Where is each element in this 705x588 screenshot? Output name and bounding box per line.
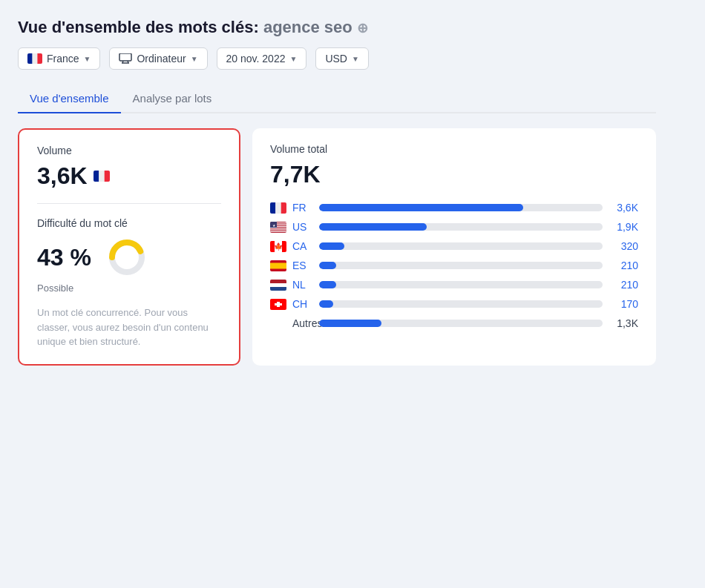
- country-code-ch[interactable]: CH: [292, 298, 313, 310]
- volume-us: 1,9K: [609, 221, 638, 233]
- possible-label: Possible: [37, 283, 221, 294]
- tab-batch[interactable]: Analyse par lots: [121, 85, 224, 113]
- difficulty-value: 43 %: [37, 244, 91, 271]
- bar-ch: [319, 300, 603, 308]
- total-card: Volume total 7,7K FR 3,6K ★ US 1,9K 🍁 CA…: [252, 128, 656, 366]
- bar-fr: [319, 204, 603, 211]
- flag-ch-icon: [270, 299, 286, 310]
- country-row-ca: 🍁 CA 320: [270, 240, 638, 252]
- currency-label: USD: [325, 53, 347, 65]
- total-value: 7,7K: [270, 161, 638, 188]
- monitor-icon: [119, 53, 132, 64]
- flag-ca-icon: 🍁: [270, 241, 286, 252]
- country-code-es[interactable]: ES: [292, 260, 313, 271]
- svg-rect-21: [270, 229, 286, 230]
- device-label: Ordinateur: [137, 53, 186, 65]
- country-row-us: ★ US 1,9K: [270, 221, 638, 233]
- svg-rect-20: [270, 228, 286, 228]
- country-chevron-icon: ▼: [84, 55, 91, 63]
- volume-section: Volume 3,6K: [37, 145, 221, 204]
- svg-rect-7: [94, 171, 99, 182]
- currency-chevron-icon: ▼: [352, 55, 359, 63]
- svg-rect-30: [270, 262, 286, 268]
- date-chevron-icon: ▼: [289, 55, 297, 63]
- svg-rect-22: [270, 231, 286, 231]
- volume-ca: 320: [609, 240, 638, 252]
- bar-es: [319, 262, 603, 269]
- keyword-text: agence seo: [263, 18, 352, 36]
- device-chevron-icon: ▼: [191, 55, 198, 63]
- country-row-nl: NL 210: [270, 279, 638, 291]
- bar-us: [319, 223, 603, 231]
- svg-rect-2: [37, 53, 42, 64]
- svg-rect-1: [33, 53, 38, 64]
- bar-nl: [319, 281, 603, 288]
- country-code-us[interactable]: US: [292, 221, 313, 233]
- bar-autres: [319, 320, 603, 327]
- country-rows: FR 3,6K ★ US 1,9K 🍁 CA 320 ES 210 NL 210: [270, 202, 638, 329]
- country-row-ch: CH 170: [270, 298, 638, 310]
- add-keyword-icon[interactable]: ⊕: [357, 21, 368, 36]
- volume-nl: 210: [609, 279, 638, 291]
- flag-nl-icon: [270, 280, 286, 291]
- filter-bar: France ▼ Ordinateur ▼ 20 nov. 2022 ▼ USD…: [18, 47, 656, 70]
- volume-card: Volume 3,6K Difficulté du mot clé 43 %: [18, 128, 240, 366]
- cards-row: Volume 3,6K Difficulté du mot clé 43 %: [18, 128, 656, 366]
- svg-rect-15: [281, 202, 286, 214]
- volume-autres: 1,3K: [609, 317, 638, 329]
- svg-rect-31: [270, 280, 286, 283]
- flag-es-icon: [270, 260, 286, 271]
- fr-flag-icon: [27, 53, 42, 64]
- tabs: Vue d'ensemble Analyse par lots: [18, 85, 656, 113]
- country-row-autres: Autres 1,3K: [270, 317, 638, 329]
- svg-rect-36: [275, 303, 282, 305]
- volume-fr: 3,6K: [609, 202, 638, 214]
- flag-us-icon: ★: [270, 222, 286, 233]
- device-filter[interactable]: Ordinateur ▼: [109, 47, 207, 70]
- tab-overview[interactable]: Vue d'ensemble: [18, 85, 121, 113]
- svg-rect-9: [104, 171, 109, 182]
- volume-fr-flag-icon: [94, 171, 110, 182]
- svg-rect-14: [275, 202, 281, 214]
- volume-label: Volume: [37, 145, 221, 156]
- total-label: Volume total: [270, 143, 638, 155]
- page-title: Vue d'ensemble des mots clés: agence seo…: [18, 18, 656, 37]
- volume-es: 210: [609, 260, 638, 271]
- date-label: 20 nov. 2022: [226, 53, 286, 65]
- svg-rect-32: [270, 283, 286, 287]
- country-code-ca[interactable]: CA: [292, 240, 313, 252]
- country-code-fr[interactable]: FR: [292, 202, 313, 214]
- bar-ca: [319, 242, 603, 250]
- difficulty-description: Un mot clé concurrencé. Pour vous classe…: [37, 305, 221, 349]
- date-filter[interactable]: 20 nov. 2022 ▼: [217, 47, 307, 70]
- difficulty-donut-chart: [106, 237, 148, 278]
- autres-label: Autres: [292, 317, 313, 329]
- country-filter[interactable]: France ▼: [18, 47, 100, 70]
- country-row-es: ES 210: [270, 260, 638, 271]
- flag-fr-icon: [270, 202, 286, 214]
- country-code-nl[interactable]: NL: [292, 279, 313, 291]
- svg-rect-3: [119, 53, 131, 61]
- svg-text:🍁: 🍁: [274, 242, 283, 251]
- currency-filter[interactable]: USD ▼: [315, 47, 368, 70]
- country-label: France: [47, 53, 79, 65]
- svg-rect-13: [270, 202, 275, 214]
- svg-rect-0: [27, 53, 33, 64]
- country-row-fr: FR 3,6K: [270, 202, 638, 214]
- volume-ch: 170: [609, 298, 638, 310]
- volume-value: 3,6K: [37, 162, 221, 190]
- svg-rect-8: [99, 171, 104, 182]
- difficulty-row: 43 %: [37, 237, 221, 278]
- title-prefix: Vue d'ensemble des mots clés:: [18, 18, 259, 36]
- difficulty-section: Difficulté du mot clé 43 % Possible: [37, 217, 221, 294]
- difficulty-label: Difficulté du mot clé: [37, 217, 221, 229]
- page-container: Vue d'ensemble des mots clés: agence seo…: [18, 18, 656, 366]
- svg-rect-33: [270, 287, 286, 291]
